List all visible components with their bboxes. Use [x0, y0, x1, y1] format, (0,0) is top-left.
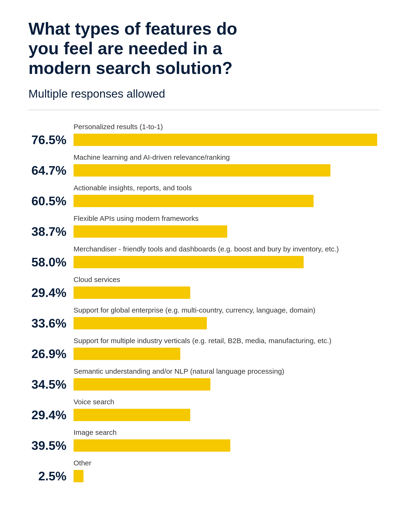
bar-label: Other	[28, 458, 380, 468]
chart-row: Support for global enterprise (e.g. mult…	[28, 305, 380, 329]
bar-label: Support for global enterprise (e.g. mult…	[28, 305, 380, 316]
chart-row: Personalized results (1-to-1)76.5%	[28, 122, 380, 146]
bar-label: Actionable insights, reports, and tools	[28, 183, 380, 193]
percentage-value: 58.0%	[28, 256, 74, 268]
percentage-value: 33.6%	[28, 317, 74, 329]
chart-container: Personalized results (1-to-1)76.5%Machin…	[28, 122, 380, 489]
bar	[74, 134, 377, 146]
chart-row: Machine learning and AI-driven relevance…	[28, 153, 380, 177]
bar	[74, 195, 314, 207]
bar-label: Semantic understanding and/or NLP (natur…	[28, 367, 380, 377]
chart-row: Other2.5%	[28, 458, 380, 482]
bar	[74, 225, 227, 238]
percentage-value: 26.9%	[28, 348, 74, 360]
bar	[74, 439, 230, 452]
divider	[28, 110, 380, 110]
percentage-value: 29.4%	[28, 409, 74, 421]
chart-row: Voice search29.4%	[28, 397, 380, 421]
bar-label: Support for multiple industry verticals …	[28, 336, 380, 346]
percentage-value: 29.4%	[28, 286, 74, 299]
percentage-value: 39.5%	[28, 439, 74, 452]
percentage-value: 64.7%	[28, 164, 74, 177]
bar	[74, 256, 304, 268]
bar-label: Merchandiser - friendly tools and dashbo…	[28, 244, 380, 254]
chart-row: Image search39.5%	[28, 428, 380, 452]
bar	[74, 317, 207, 329]
percentage-value: 76.5%	[28, 134, 74, 146]
chart-row: Flexible APIs using modern frameworks38.…	[28, 214, 380, 238]
bar-label: Personalized results (1-to-1)	[28, 122, 380, 132]
chart-row: Support for multiple industry verticals …	[28, 336, 380, 360]
percentage-value: 2.5%	[28, 470, 74, 482]
page-title: What types of features do you feel are n…	[28, 19, 242, 78]
chart-row: Semantic understanding and/or NLP (natur…	[28, 367, 380, 391]
bar	[74, 164, 331, 177]
chart-row: Cloud services29.4%	[28, 275, 380, 299]
percentage-value: 60.5%	[28, 195, 74, 207]
bar-label: Voice search	[28, 397, 380, 407]
bar-label: Image search	[28, 428, 380, 438]
percentage-value: 38.7%	[28, 225, 74, 238]
percentage-value: 34.5%	[28, 378, 74, 391]
bar	[74, 286, 190, 299]
bar	[74, 348, 180, 360]
bar-label: Flexible APIs using modern frameworks	[28, 214, 380, 224]
subtitle: Multiple responses allowed	[28, 87, 380, 100]
bar	[74, 470, 84, 482]
chart-row: Actionable insights, reports, and tools6…	[28, 183, 380, 207]
bar	[74, 409, 190, 421]
chart-row: Merchandiser - friendly tools and dashbo…	[28, 244, 380, 268]
bar-label: Cloud services	[28, 275, 380, 285]
bar	[74, 378, 210, 391]
bar-label: Machine learning and AI-driven relevance…	[28, 153, 380, 163]
